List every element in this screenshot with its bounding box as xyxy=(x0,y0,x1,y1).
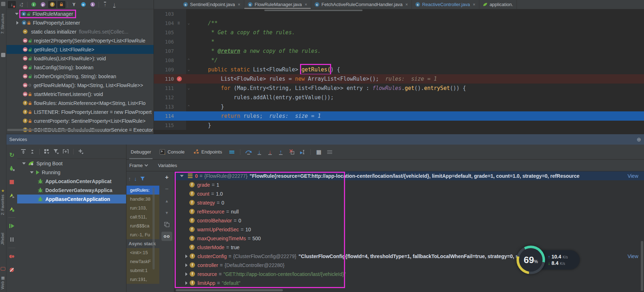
expand-all-icon[interactable] xyxy=(21,149,26,154)
spring-boot-icon[interactable] xyxy=(28,161,34,166)
spring-icon[interactable] xyxy=(483,2,488,7)
view-breakpoints-icon[interactable] xyxy=(6,250,17,263)
variable-row[interactable]: fwarmUpPeriodSec=10 xyxy=(174,225,644,234)
grid-icon[interactable]: ▦ xyxy=(1,276,5,280)
pause-icon[interactable] xyxy=(6,233,17,246)
step-out-icon[interactable]: ↑ xyxy=(275,147,286,157)
step-into-icon[interactable]: ↓ xyxy=(254,147,265,157)
restart-debug-icon[interactable] xyxy=(6,162,17,175)
structure-item[interactable]: mhasConfig(String): boolean xyxy=(6,63,154,72)
show-hierarchy-icon[interactable]: Y xyxy=(70,1,78,8)
frame-up-icon[interactable]: ↑ xyxy=(128,176,131,182)
debug-bug-icon[interactable] xyxy=(38,187,43,193)
variable-root-row[interactable]: 0={FlowRule@22277}"FlowRule{resource=GET… xyxy=(174,171,644,180)
debug-bug-icon[interactable] xyxy=(38,196,43,202)
rerun-icon[interactable]: ↻ xyxy=(6,148,17,162)
show-non-public-icon[interactable] xyxy=(58,1,65,8)
variable-row[interactable]: fcount=1.0 xyxy=(174,189,644,198)
expander-down-icon[interactable] xyxy=(22,162,26,165)
frames-thread-dropdown[interactable]: Frame xyxy=(126,163,148,168)
run-tree-item[interactable]: Spring Boot xyxy=(17,159,126,168)
variable-row[interactable]: frefResource=null xyxy=(174,207,644,216)
variable-row[interactable]: fstrategy=0 xyxy=(174,198,644,207)
run-to-cursor-icon[interactable] xyxy=(297,147,308,157)
sort-alphabetically-icon[interactable]: ↓az xyxy=(17,1,25,8)
variables-vscrollbar[interactable] xyxy=(641,241,643,291)
stripe-favorites-tab[interactable]: 2: Favorites xyxy=(0,195,5,215)
tab-debugger[interactable]: Debugger xyxy=(126,145,155,159)
fold-marker-icon[interactable]: ⌃ xyxy=(188,102,190,111)
sort-by-visibility-icon[interactable]: ↓ xyxy=(8,1,16,8)
structure-item[interactable]: mstartMetricTimerListener(): void xyxy=(6,90,154,99)
variables-tab[interactable]: Variables xyxy=(148,163,177,168)
show-anonymous-icon[interactable]: o xyxy=(79,1,87,8)
editor-hscrollbar[interactable] xyxy=(264,10,363,11)
copy-icon[interactable] xyxy=(159,218,174,230)
variable-row[interactable]: fresource="GET:http://app-location-cente… xyxy=(174,270,644,278)
debug-bug-icon[interactable] xyxy=(38,178,43,184)
close-icon[interactable]: × xyxy=(473,2,475,7)
editor-tab[interactable]: cFetchActiveRuleCommandHandler.java× xyxy=(311,0,412,9)
run-tree-item[interactable]: Running xyxy=(17,168,126,177)
mute-breakpoints-icon[interactable] xyxy=(6,263,17,277)
show-watches-icon[interactable]: oo xyxy=(159,230,174,242)
structure-item[interactable]: =static class initializerflowRules.set(C… xyxy=(6,27,154,36)
expander-right-icon[interactable] xyxy=(185,281,188,285)
structure-item[interactable]: fLISTENER: FlowPropertyListener = new Fl… xyxy=(6,107,154,116)
structure-item[interactable]: fcurrentProperty: SentinelProperty<List<… xyxy=(6,116,154,125)
add-service-icon[interactable] xyxy=(63,149,69,154)
camera-icon[interactable] xyxy=(1,267,5,271)
stripe-jrebel-tab[interactable]: JRebel xyxy=(0,233,5,245)
stop-icon[interactable] xyxy=(6,175,17,189)
fold-marker-icon[interactable]: ⌄ xyxy=(188,84,190,93)
variable-row[interactable]: flimitApp="default" xyxy=(174,278,644,287)
add-watch-icon[interactable]: + xyxy=(159,171,174,183)
variables-hscrollbar[interactable] xyxy=(176,289,283,291)
add-icon[interactable] xyxy=(78,149,84,154)
project-tool-icon[interactable] xyxy=(1,2,5,6)
hotswap-run-icon[interactable] xyxy=(6,189,17,202)
variable-row[interactable]: fgrade=1 xyxy=(174,180,644,189)
editor-tab[interactable]: application. xyxy=(479,0,517,9)
structure-tool-icon[interactable] xyxy=(1,53,5,57)
stripe-web-tab[interactable]: Web xyxy=(0,281,5,289)
structure-item[interactable]: cFlowPropertyListener xyxy=(6,18,154,27)
close-icon[interactable]: × xyxy=(238,2,240,7)
run-tree-item[interactable]: AppLocationCenterApplicat xyxy=(17,177,126,186)
editor-tab[interactable]: cSentinelEndpoint.java× xyxy=(180,0,244,9)
fold-marker-icon[interactable]: ⌄ xyxy=(188,19,190,28)
group-by-icon[interactable] xyxy=(44,149,50,154)
structure-item[interactable]: mloadRules(List<FlowRule>): void xyxy=(6,54,154,63)
expander-down-icon[interactable] xyxy=(15,13,19,15)
structure-hscrollbar[interactable] xyxy=(7,129,102,131)
move-down-icon[interactable]: ▼ xyxy=(159,207,174,218)
editor-tab[interactable]: cFlowRuleManager.java× xyxy=(244,0,311,9)
expand-all-icon[interactable]: ↑ xyxy=(101,1,109,8)
drop-frame-icon[interactable] xyxy=(286,147,297,157)
frames-vscrollbar[interactable] xyxy=(153,187,155,270)
structure-item[interactable]: misOtherOrigin(String, String): boolean xyxy=(6,72,154,81)
fold-marker-icon[interactable]: ⌃ xyxy=(188,56,190,65)
show-fields-icon[interactable]: f xyxy=(48,1,56,8)
variable-row[interactable]: fcontrolBehavior=0 xyxy=(174,216,644,225)
structure-item[interactable]: mgetFlowRuleMap(): Map<String, List<Flow… xyxy=(6,81,154,90)
show-lambdas-icon[interactable]: λ xyxy=(89,1,96,8)
expander-right-icon[interactable] xyxy=(185,255,188,258)
frame-down-icon[interactable]: ↓ xyxy=(134,176,137,182)
expander-down-icon[interactable] xyxy=(180,175,184,177)
variable-row[interactable]: fclusterMode=true xyxy=(174,243,644,252)
resume-icon[interactable] xyxy=(6,219,17,233)
move-up-icon[interactable]: ▲ xyxy=(159,195,174,207)
show-inherited-icon[interactable]: i xyxy=(30,1,38,8)
remove-watch-icon[interactable]: − xyxy=(159,183,174,195)
code-area[interactable]: 103104≣⌄ /**105 * Get a copy of the rule… xyxy=(154,9,644,130)
expander-down-icon[interactable] xyxy=(30,171,34,173)
fold-marker-icon[interactable]: ⌄ xyxy=(188,65,190,74)
structure-item[interactable]: cFlowRuleManager xyxy=(6,9,154,18)
view-link[interactable]: View xyxy=(628,253,638,259)
layout-settings-icon[interactable] xyxy=(226,147,237,157)
tab-console[interactable]: >↓Console xyxy=(155,145,189,159)
force-step-into-icon[interactable]: ↓ xyxy=(265,147,275,157)
show-properties-icon[interactable]: p xyxy=(39,1,47,8)
expander-right-icon[interactable] xyxy=(185,263,188,267)
